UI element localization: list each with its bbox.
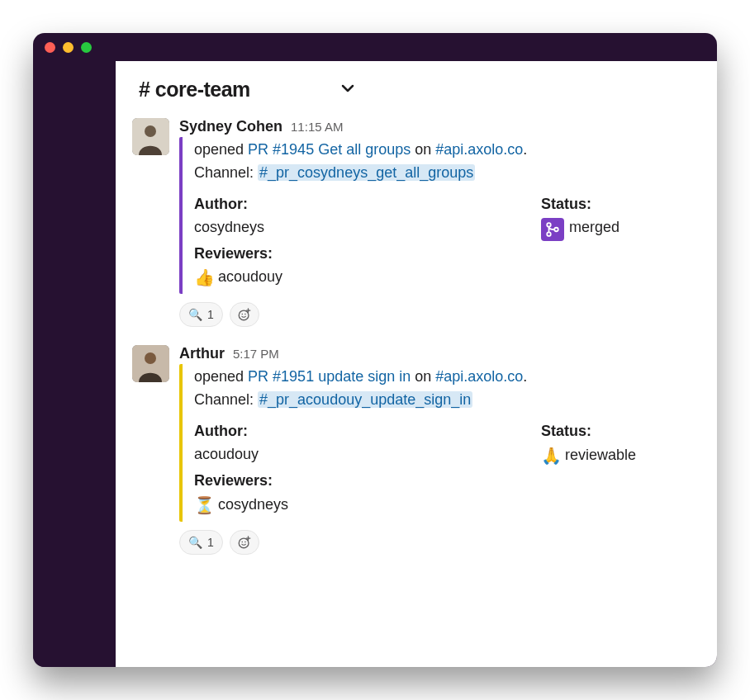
opened-suffix: . <box>523 368 527 385</box>
author-field: Author: cosydneys Reviewers: 👍acoudouy <box>194 193 541 291</box>
status-value-row: 🙏reviewable <box>541 443 636 469</box>
reviewer-value: 👍acoudouy <box>194 265 541 291</box>
magnifier-icon: 🔍 <box>188 308 202 321</box>
svg-point-4 <box>554 227 558 231</box>
add-reaction-button[interactable] <box>230 302 259 327</box>
channel-name: # core-team <box>139 78 250 102</box>
minimize-window-button[interactable] <box>63 42 74 53</box>
maximize-window-button[interactable] <box>81 42 92 53</box>
svg-point-11 <box>241 542 243 543</box>
message-timestamp: 11:15 AM <box>291 120 343 134</box>
message-header: Arthur 5:17 PM <box>179 345 700 362</box>
window-titlebar <box>33 33 717 61</box>
author-field: Author: acoudouy Reviewers: ⏳cosydneys <box>194 420 541 518</box>
opened-mid: on <box>411 141 435 158</box>
svg-point-6 <box>241 314 243 315</box>
svg-point-7 <box>244 314 246 315</box>
author-label: Author: <box>194 193 541 216</box>
reviewer-name: acoudouy <box>218 268 282 285</box>
author-label: Author: <box>194 420 541 443</box>
svg-point-12 <box>244 542 246 543</box>
author-value: acoudouy <box>194 443 541 466</box>
channel-label: Channel: <box>194 391 258 408</box>
channel-label: Channel: <box>194 164 258 181</box>
status-value: reviewable <box>565 447 636 463</box>
hourglass-icon: ⏳ <box>194 496 215 514</box>
message-timestamp: 5:17 PM <box>233 347 279 361</box>
avatar[interactable] <box>132 118 169 155</box>
opened-mid: on <box>411 368 435 385</box>
message: Sydney Cohen 11:15 AM opened PR #1945 Ge… <box>116 113 717 327</box>
status-value-row: merged <box>541 216 619 241</box>
attachment-opened-line: opened PR #1945 Get all groups on #api.a… <box>194 139 700 162</box>
status-value: merged <box>569 219 619 235</box>
git-merge-icon <box>541 218 564 241</box>
reviewer-name: cosydneys <box>218 496 288 513</box>
thumbs-up-icon: 👍 <box>194 268 215 286</box>
repo-link[interactable]: #api.axolo.co <box>435 141 523 158</box>
reviewers-label: Reviewers: <box>194 470 541 493</box>
message-attachment: opened PR #1945 Get all groups on #api.a… <box>179 137 700 294</box>
svg-point-1 <box>145 125 156 137</box>
status-field: Status: merged <box>541 193 619 291</box>
svg-point-3 <box>547 232 551 236</box>
reviewers-label: Reviewers: <box>194 243 541 266</box>
reaction-pill[interactable]: 🔍 1 <box>179 302 223 327</box>
message-list: Sydney Cohen 11:15 AM opened PR #1945 Ge… <box>116 110 717 667</box>
chevron-down-icon[interactable] <box>341 82 354 98</box>
author-value: cosydneys <box>194 216 541 239</box>
message-author[interactable]: Arthur <box>179 345 225 362</box>
reaction-bar: 🔍 1 <box>179 530 700 555</box>
message-header: Sydney Cohen 11:15 AM <box>179 118 700 135</box>
magnifier-icon: 🔍 <box>188 536 202 549</box>
message: Arthur 5:17 PM opened PR #1951 update si… <box>116 340 717 554</box>
opened-suffix: . <box>523 141 527 158</box>
channel-header[interactable]: # core-team <box>116 61 717 110</box>
reaction-bar: 🔍 1 <box>179 302 700 327</box>
svg-point-5 <box>239 311 249 321</box>
attachment-opened-line: opened PR #1951 update sign in on #api.a… <box>194 366 700 389</box>
svg-point-10 <box>239 538 249 548</box>
app-window: # core-team Sydney Cohen 11:15 AM <box>33 33 717 667</box>
opened-text: opened <box>194 141 248 158</box>
status-label: Status: <box>541 193 619 216</box>
attachment-channel-line: Channel: #_pr_acoudouy_update_sign_in <box>194 389 700 412</box>
sidebar <box>33 61 116 667</box>
repo-link[interactable]: #api.axolo.co <box>435 368 523 385</box>
opened-text: opened <box>194 368 248 385</box>
main-panel: # core-team Sydney Cohen 11:15 AM <box>116 61 717 667</box>
pr-link[interactable]: PR #1951 update sign in <box>248 368 411 385</box>
svg-point-9 <box>145 352 156 364</box>
status-field: Status: 🙏reviewable <box>541 420 636 518</box>
message-attachment: opened PR #1951 update sign in on #api.a… <box>179 364 700 521</box>
reaction-count: 1 <box>207 536 214 549</box>
pr-link[interactable]: PR #1945 Get all groups <box>248 141 411 158</box>
svg-point-2 <box>547 223 551 227</box>
reaction-count: 1 <box>207 308 214 321</box>
message-author[interactable]: Sydney Cohen <box>179 118 282 135</box>
reviewer-value: ⏳cosydneys <box>194 493 541 518</box>
pray-icon: 🙏 <box>541 447 562 465</box>
app-body: # core-team Sydney Cohen 11:15 AM <box>33 61 717 667</box>
reaction-pill[interactable]: 🔍 1 <box>179 530 223 555</box>
avatar[interactable] <box>132 345 169 382</box>
add-reaction-button[interactable] <box>230 530 259 555</box>
status-label: Status: <box>541 420 636 443</box>
pr-channel-link[interactable]: #_pr_cosydneys_get_all_groups <box>258 164 475 181</box>
close-window-button[interactable] <box>45 42 55 53</box>
attachment-channel-line: Channel: #_pr_cosydneys_get_all_groups <box>194 162 700 185</box>
pr-channel-link[interactable]: #_pr_acoudouy_update_sign_in <box>258 391 472 408</box>
